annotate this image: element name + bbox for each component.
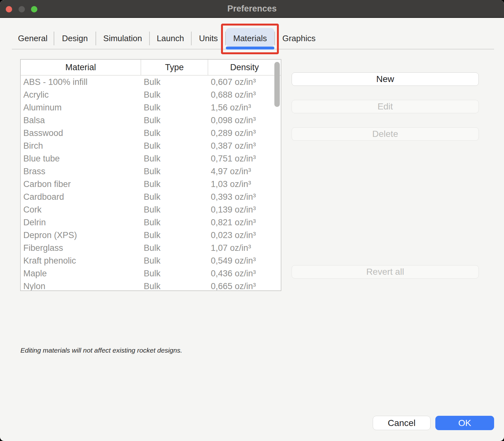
cell-density: 0,139 oz/in³ bbox=[208, 205, 281, 215]
cell-type: Bulk bbox=[141, 230, 208, 240]
cell-type: Bulk bbox=[141, 90, 208, 100]
cell-density: 0,393 oz/in³ bbox=[208, 192, 281, 202]
column-header-density[interactable]: Density bbox=[208, 60, 281, 75]
cell-type: Bulk bbox=[141, 179, 208, 189]
cell-density: 0,751 oz/in³ bbox=[208, 154, 281, 164]
cell-density: 0,607 oz/in³ bbox=[208, 77, 281, 87]
cell-material: Carbon fiber bbox=[21, 179, 141, 189]
cell-material: Birch bbox=[21, 141, 141, 151]
table-row[interactable]: CardboardBulk0,393 oz/in³ bbox=[21, 191, 281, 203]
tab-graphics[interactable]: Graphics bbox=[275, 27, 323, 47]
materials-note: Editing materials will not affect existi… bbox=[20, 347, 182, 354]
cell-material: Aluminum bbox=[21, 103, 141, 113]
cell-density: 0,821 oz/in³ bbox=[208, 218, 281, 228]
materials-tab-annotation bbox=[221, 24, 279, 54]
cell-density: 4,97 oz/in³ bbox=[208, 167, 281, 176]
table-row[interactable]: FiberglassBulk1,07 oz/in³ bbox=[21, 242, 281, 254]
table-row[interactable]: Kraft phenolicBulk0,549 oz/in³ bbox=[21, 254, 281, 267]
table-header: Material Type Density bbox=[21, 60, 281, 76]
cell-material: Cork bbox=[21, 205, 141, 215]
table-row[interactable]: BasswoodBulk0,289 oz/in³ bbox=[21, 127, 281, 139]
cell-type: Bulk bbox=[141, 192, 208, 202]
cell-material: Blue tube bbox=[21, 154, 141, 164]
cell-material: Maple bbox=[21, 269, 141, 279]
cell-type: Bulk bbox=[141, 128, 208, 138]
table-row[interactable]: Depron (XPS)Bulk0,023 oz/in³ bbox=[21, 229, 281, 242]
tab-simulation[interactable]: Simulation bbox=[96, 27, 149, 47]
new-button[interactable]: New bbox=[292, 72, 479, 86]
cell-material: Basswood bbox=[21, 128, 141, 138]
cell-density: 0,549 oz/in³ bbox=[208, 256, 281, 266]
cell-material: Cardboard bbox=[21, 192, 141, 202]
cell-type: Bulk bbox=[141, 154, 208, 164]
table-row[interactable]: Carbon fiberBulk1,03 oz/in³ bbox=[21, 178, 281, 191]
table-scrollbar-thumb[interactable] bbox=[274, 62, 280, 107]
cell-density: 0,387 oz/in³ bbox=[208, 141, 281, 151]
cell-density: 0,289 oz/in³ bbox=[208, 128, 281, 138]
cell-type: Bulk bbox=[141, 243, 208, 253]
cell-type: Bulk bbox=[141, 141, 208, 151]
cell-density: 1,56 oz/in³ bbox=[208, 103, 281, 113]
cell-material: Balsa bbox=[21, 116, 141, 125]
cell-type: Bulk bbox=[141, 103, 208, 113]
edit-button[interactable]: Edit bbox=[292, 100, 479, 113]
table-row[interactable]: Blue tubeBulk0,751 oz/in³ bbox=[21, 152, 281, 165]
cell-material: Nylon bbox=[21, 281, 141, 291]
cell-material: ABS - 100% infill bbox=[21, 77, 141, 87]
cell-type: Bulk bbox=[141, 256, 208, 266]
tab-units[interactable]: Units bbox=[192, 27, 225, 47]
cell-type: Bulk bbox=[141, 269, 208, 279]
cancel-button[interactable]: Cancel bbox=[373, 416, 431, 430]
cell-type: Bulk bbox=[141, 281, 208, 291]
materials-table: Material Type Density ABS - 100% infillB… bbox=[20, 59, 281, 291]
cell-material: Fiberglass bbox=[21, 243, 141, 253]
cell-type: Bulk bbox=[141, 205, 208, 215]
table-row[interactable]: AluminumBulk1,56 oz/in³ bbox=[21, 101, 281, 114]
cell-density: 0,665 oz/in³ bbox=[208, 281, 281, 291]
cell-density: 0,023 oz/in³ bbox=[208, 230, 281, 240]
cell-material: Kraft phenolic bbox=[21, 256, 141, 266]
delete-button[interactable]: Delete bbox=[292, 127, 479, 141]
cell-material: Brass bbox=[21, 167, 141, 176]
preferences-window: Preferences GeneralDesignSimulationLaunc… bbox=[0, 0, 504, 441]
table-row[interactable]: BrassBulk4,97 oz/in³ bbox=[21, 165, 281, 178]
cell-material: Depron (XPS) bbox=[21, 230, 141, 240]
cell-density: 1,03 oz/in³ bbox=[208, 179, 281, 189]
column-header-type[interactable]: Type bbox=[141, 60, 208, 75]
revert-all-button[interactable]: Revert all bbox=[292, 265, 479, 279]
cell-material: Acrylic bbox=[21, 90, 141, 100]
table-row[interactable]: BalsaBulk0,098 oz/in³ bbox=[21, 114, 281, 127]
table-row[interactable]: MapleBulk0,436 oz/in³ bbox=[21, 267, 281, 280]
cell-material: Delrin bbox=[21, 218, 141, 228]
tab-design[interactable]: Design bbox=[54, 27, 95, 47]
ok-button[interactable]: OK bbox=[435, 416, 494, 430]
cell-type: Bulk bbox=[141, 77, 208, 87]
column-header-material[interactable]: Material bbox=[21, 60, 141, 75]
cell-density: 0,436 oz/in³ bbox=[208, 269, 281, 279]
cell-type: Bulk bbox=[141, 116, 208, 125]
table-row[interactable]: AcrylicBulk0,688 oz/in³ bbox=[21, 88, 281, 101]
table-row[interactable]: DelrinBulk0,821 oz/in³ bbox=[21, 216, 281, 229]
tab-general[interactable]: General bbox=[12, 27, 54, 47]
table-body: ABS - 100% infillBulk0,607 oz/in³Acrylic… bbox=[21, 76, 281, 291]
table-row[interactable]: NylonBulk0,665 oz/in³ bbox=[21, 280, 281, 291]
table-row[interactable]: CorkBulk0,139 oz/in³ bbox=[21, 203, 281, 216]
cell-density: 0,688 oz/in³ bbox=[208, 90, 281, 100]
table-row[interactable]: ABS - 100% infillBulk0,607 oz/in³ bbox=[21, 76, 281, 88]
cell-density: 1,07 oz/in³ bbox=[208, 243, 281, 253]
tab-launch[interactable]: Launch bbox=[150, 27, 191, 47]
cell-type: Bulk bbox=[141, 218, 208, 228]
cell-density: 0,098 oz/in³ bbox=[208, 116, 281, 125]
table-row[interactable]: BirchBulk0,387 oz/in³ bbox=[21, 139, 281, 152]
title-bar: Preferences bbox=[0, 0, 504, 18]
window-title: Preferences bbox=[0, 4, 504, 14]
cell-type: Bulk bbox=[141, 167, 208, 176]
